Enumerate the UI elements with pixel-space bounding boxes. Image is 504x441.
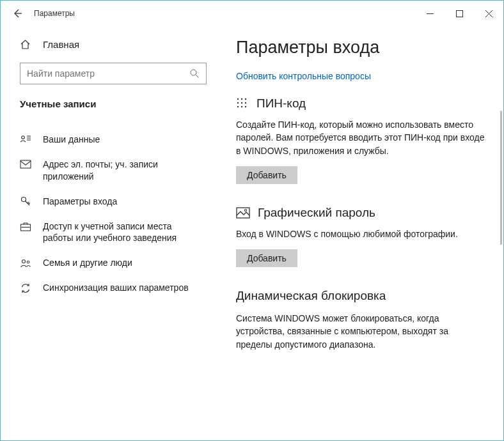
search-box[interactable]: [20, 63, 207, 84]
svg-point-6: [22, 136, 25, 139]
sidebar-item-sign-in-options[interactable]: Параметры входа: [17, 189, 207, 214]
svg-rect-1: [456, 10, 462, 17]
dynamic-lock-section: Динамическая блокировка Система WINDOWS …: [236, 289, 487, 351]
update-security-questions-link[interactable]: Обновить контрольные вопросы: [236, 71, 371, 81]
back-button[interactable]: [8, 8, 26, 19]
svg-point-18: [245, 98, 246, 100]
search-input[interactable]: [27, 68, 189, 79]
svg-point-26: [245, 209, 247, 211]
pin-add-button[interactable]: Добавить: [236, 166, 297, 184]
dynamic-lock-description: Система WINDOWS может блокироваться, ког…: [236, 312, 487, 351]
picture-password-title: Графический пароль: [258, 206, 375, 220]
pin-grid-icon: [236, 97, 249, 110]
sidebar-item-label: Синхронизация ваших параметров: [43, 282, 189, 294]
pin-title: ПИН-код: [256, 97, 306, 111]
picture-password-section: Графический пароль Вход в WINDOWS с помо…: [236, 206, 487, 267]
nav-list: Ваши данные Адрес эл. почты; уч. записи …: [20, 127, 207, 300]
svg-point-17: [241, 98, 242, 100]
svg-point-11: [22, 197, 26, 202]
sidebar-item-label: Адрес эл. почты; уч. записи приложений: [43, 159, 204, 183]
svg-rect-25: [237, 208, 249, 218]
section-title: Учетные записи: [20, 98, 207, 109]
sidebar-item-label: Ваши данные: [43, 134, 100, 146]
picture-password-description: Вход в WINDOWS с помощью любимой фотогра…: [236, 228, 487, 240]
titlebar: Параметры: [1, 1, 503, 26]
picture-password-add-button[interactable]: Добавить: [236, 249, 297, 267]
home-button[interactable]: Главная: [20, 39, 207, 50]
svg-point-19: [237, 102, 239, 104]
sidebar-item-label: Семья и другие люди: [43, 257, 132, 269]
minimize-button[interactable]: [415, 1, 445, 26]
sidebar-item-work-access[interactable]: Доступ к учетной записи места работы или…: [17, 214, 207, 251]
home-icon: [20, 39, 31, 50]
sidebar-item-family[interactable]: Семья и другие люди: [17, 251, 207, 275]
sidebar: Главная Учетные записи Ваши данные Адрес…: [1, 26, 218, 440]
pin-section: ПИН-код Создайте ПИН-код, который можно …: [236, 97, 487, 184]
home-label: Главная: [43, 39, 79, 50]
svg-point-21: [245, 102, 246, 104]
window-controls: [415, 1, 503, 26]
close-button[interactable]: [474, 1, 503, 26]
svg-rect-10: [20, 160, 31, 168]
search-icon: [189, 68, 200, 79]
briefcase-icon: [20, 222, 31, 232]
people-icon: [20, 258, 31, 268]
person-card-icon: [20, 134, 31, 144]
sidebar-item-your-info[interactable]: Ваши данные: [17, 127, 207, 152]
sidebar-item-label: Доступ к учетной записи места работы или…: [43, 220, 204, 245]
svg-point-16: [237, 98, 239, 100]
sidebar-item-label: Параметры входа: [43, 196, 117, 208]
page-title: Параметры входа: [236, 38, 487, 58]
scrollbar[interactable]: [500, 111, 502, 245]
svg-point-23: [241, 106, 242, 107]
mail-icon: [20, 160, 31, 169]
svg-line-5: [196, 75, 199, 78]
sidebar-item-email-accounts[interactable]: Адрес эл. почты; уч. записи приложений: [17, 152, 207, 189]
svg-point-4: [191, 70, 196, 75]
picture-icon: [236, 207, 250, 219]
window-title: Параметры: [34, 9, 415, 18]
svg-point-22: [237, 106, 239, 107]
svg-point-14: [22, 259, 26, 263]
svg-point-24: [245, 106, 246, 107]
pin-description: Создайте ПИН-код, который можно использо…: [236, 118, 487, 157]
content-area: Параметры входа Обновить контрольные воп…: [218, 26, 503, 440]
svg-point-20: [241, 102, 242, 104]
dynamic-lock-title: Динамическая блокировка: [236, 289, 487, 303]
sync-icon: [20, 282, 31, 294]
sidebar-item-sync[interactable]: Синхронизация ваших параметров: [17, 275, 207, 300]
svg-point-15: [27, 261, 29, 263]
key-icon: [20, 196, 31, 207]
maximize-button[interactable]: [445, 1, 474, 26]
